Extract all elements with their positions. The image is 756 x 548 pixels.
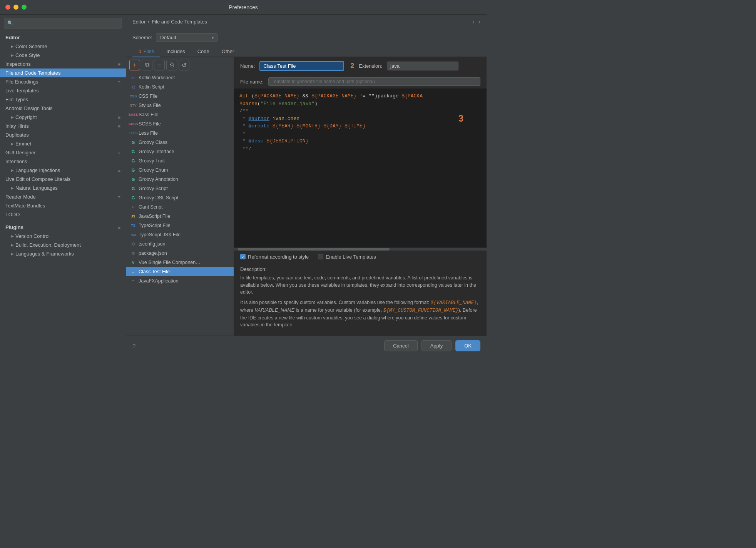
sidebar-item-todo[interactable]: TODO <box>0 210 126 219</box>
undo-template-button[interactable]: ↺ <box>179 60 189 70</box>
file-item-vue-single-file[interactable]: V Vue Single File Componen… <box>126 258 234 267</box>
file-item-package-json[interactable]: ⚙ package.json <box>126 249 234 258</box>
sidebar-item-file-and-code-templates[interactable]: File and Code Templates <box>0 68 126 77</box>
cancel-button[interactable]: Cancel <box>384 340 417 351</box>
scheme-label: Scheme: <box>132 35 152 40</box>
sidebar-item-color-scheme[interactable]: ▶ Color Scheme <box>0 42 126 51</box>
remove-template-button[interactable]: − <box>154 60 165 70</box>
file-item-groovy-script[interactable]: G Groovy Script <box>126 184 234 193</box>
file-type-icon: LESS <box>130 130 136 136</box>
live-templates-checkbox[interactable] <box>318 254 323 259</box>
file-item-typescript-file[interactable]: TS TypeScript File <box>126 221 234 230</box>
badge-icon: ≡ <box>118 150 120 155</box>
expand-arrow-icon: ▶ <box>11 243 14 247</box>
file-item-gant-script[interactable]: G Gant Script <box>126 202 234 212</box>
scrollbar-thumb[interactable] <box>238 248 390 251</box>
sidebar-item-intentions[interactable]: Intentions <box>0 157 126 166</box>
file-item-stylus-file[interactable]: STY Stylus File <box>126 101 234 110</box>
file-type-icon: G <box>130 149 136 155</box>
file-item-groovy-annotation[interactable]: G Groovy Annotation <box>126 175 234 184</box>
file-item-scss-file[interactable]: SCSS SCSS File <box>126 119 234 129</box>
sidebar-item-duplicates[interactable]: Duplicates <box>0 130 126 139</box>
sidebar-item-live-edit-compose[interactable]: Live Edit of Compose Literals <box>0 175 126 184</box>
sidebar-item-version-control[interactable]: ▶ Version Control <box>0 232 126 241</box>
tab-includes[interactable]: Includes <box>160 46 191 57</box>
code-line: * @desc ${DESCRIPTION} <box>239 137 481 145</box>
forward-button[interactable]: › <box>478 18 480 25</box>
copy-template-button[interactable]: ⧉ <box>142 60 152 70</box>
breadcrumb-navigation[interactable]: ‹ › <box>472 18 480 25</box>
reformat-checkbox[interactable] <box>240 254 246 259</box>
back-button[interactable]: ‹ <box>472 18 474 25</box>
maximize-button[interactable] <box>22 5 27 10</box>
filename-input[interactable] <box>268 77 480 86</box>
file-type-icon: G <box>130 158 136 164</box>
window-controls[interactable] <box>5 5 27 10</box>
sidebar-item-file-types[interactable]: File Types <box>0 95 126 104</box>
code-scrollbar[interactable] <box>234 247 487 251</box>
name-input[interactable] <box>259 61 344 71</box>
sidebar-item-label: Languages & Frameworks <box>15 251 74 257</box>
sidebar-item-languages[interactable]: ▶ Languages & Frameworks <box>0 249 126 258</box>
sidebar-item-reader-mode[interactable]: Reader Mode ≡ <box>0 192 126 201</box>
file-item-css-file[interactable]: CSS CSS File <box>126 92 234 101</box>
sidebar-item-file-encodings[interactable]: File Encodings ≡ <box>0 77 126 86</box>
sidebar-item-textmate-bundles[interactable]: TextMate Bundles <box>0 201 126 210</box>
expand-arrow-icon: ▶ <box>11 186 14 190</box>
breadcrumb-page: File and Code Templates <box>152 19 207 25</box>
expand-arrow-icon: ▶ <box>11 115 14 119</box>
file-item-label: Groovy Annotation <box>139 177 178 182</box>
sidebar-item-copyright[interactable]: ▶ Copyright ≡ <box>0 113 126 122</box>
file-item-javascript-file[interactable]: JS JavaScript File <box>126 212 234 221</box>
file-item-kotlin-script[interactable]: kt Kotlin Script <box>126 82 234 92</box>
minimize-button[interactable] <box>13 5 18 10</box>
live-templates-checkbox-item[interactable]: Enable Live Templates <box>318 254 376 260</box>
sidebar-item-android-design-tools[interactable]: Android Design Tools <box>0 104 126 113</box>
file-item-class-test-file[interactable]: ≡ Class Test File <box>126 267 234 276</box>
sidebar-item-label: Live Edit of Compose Literals <box>5 176 70 182</box>
file-item-groovy-dsl-script[interactable]: G Groovy DSL Script <box>126 193 234 202</box>
apply-button[interactable]: Apply <box>421 340 452 351</box>
add-template-button[interactable]: + <box>129 60 140 70</box>
content-area: Editor › File and Code Templates ‹ › Sch… <box>126 15 487 356</box>
file-item-less-file[interactable]: LESS Less File <box>126 129 234 138</box>
sidebar-item-language-injections[interactable]: ▶ Language Injections ≡ <box>0 166 126 175</box>
sidebar-item-emmet[interactable]: ▶ Emmet <box>0 139 126 148</box>
tab-files[interactable]: 1 Files <box>132 46 160 57</box>
close-button[interactable] <box>5 5 10 10</box>
sidebar-item-build[interactable]: ▶ Build, Execution, Deployment <box>0 241 126 249</box>
options-row: Reformat according to style Enable Live … <box>234 251 487 263</box>
sidebar-item-inspections[interactable]: Inspections ≡ <box>0 60 126 68</box>
file-item-javafx-application[interactable]: ≡ JavaFXApplication <box>126 276 234 286</box>
help-button[interactable]: ? <box>132 342 135 349</box>
scheme-select[interactable]: Default <box>156 33 217 42</box>
sidebar-item-label: Code Style <box>15 52 40 58</box>
sidebar-item-inlay-hints[interactable]: Inlay Hints ≡ <box>0 122 126 130</box>
file-type-icon: G <box>130 195 136 201</box>
ok-button[interactable]: OK <box>455 340 480 351</box>
sidebar-search-container[interactable]: 🔍 <box>4 18 122 28</box>
file-item-groovy-class[interactable]: G Groovy Class <box>126 138 234 147</box>
sidebar-item-label: Emmet <box>15 141 31 147</box>
file-item-groovy-trait[interactable]: G Groovy Trait <box>126 156 234 165</box>
extension-input[interactable] <box>387 62 458 70</box>
scheme-select-wrapper[interactable]: Default ▼ <box>156 33 217 42</box>
tab-other[interactable]: Other <box>216 46 241 57</box>
sidebar-item-live-templates[interactable]: Live Templates <box>0 86 126 95</box>
file-item-groovy-enum[interactable]: G Groovy Enum <box>126 165 234 175</box>
file-item-label: TypeScript JSX File <box>139 232 181 237</box>
tab-code[interactable]: Code <box>191 46 216 57</box>
sidebar-item-natural-languages[interactable]: ▶ Natural Languages <box>0 184 126 192</box>
breadcrumb-bar: Editor › File and Code Templates ‹ › <box>126 15 487 29</box>
reset-template-button[interactable]: ⎗ <box>166 60 177 70</box>
file-item-sass-file[interactable]: SASS Sass File <box>126 110 234 119</box>
file-item-groovy-interface[interactable]: G Groovy Interface <box>126 147 234 156</box>
code-editor[interactable]: 3 #if (${PACKAGE_NAME} && ${PACKAGE_NAME… <box>234 89 487 247</box>
file-item-typescript-jsx-file[interactable]: TSX TypeScript JSX File <box>126 230 234 239</box>
sidebar-item-code-style[interactable]: ▶ Code Style <box>0 51 126 60</box>
minus-icon: − <box>157 62 161 68</box>
reformat-checkbox-item[interactable]: Reformat according to style <box>240 254 309 260</box>
sidebar-item-gui-designer[interactable]: GUI Designer ≡ <box>0 148 126 157</box>
file-item-tsconfig-json[interactable]: ⚙ tsconfig.json <box>126 239 234 249</box>
file-item-kotlin-worksheet[interactable]: kt Kotlin Worksheet <box>126 73 234 82</box>
